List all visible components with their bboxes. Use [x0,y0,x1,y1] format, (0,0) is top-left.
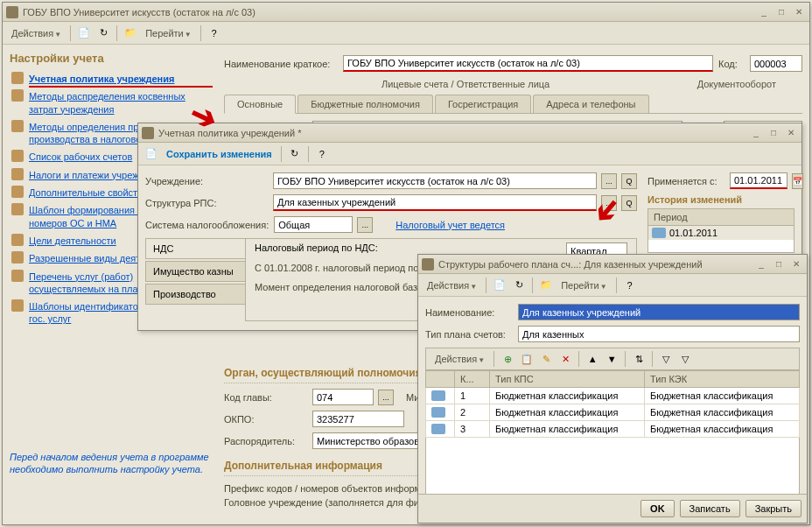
code-input[interactable] [750,55,802,72]
goto-menu[interactable]: Перейти▼ [142,26,195,40]
taxsys-input[interactable] [274,216,353,233]
col-kek[interactable]: Тип КЭК [645,371,800,388]
rps-save-icon[interactable]: 📄 [492,278,508,293]
rps-name-input[interactable] [518,304,800,320]
applies-label: Применяется с: [648,176,724,186]
chapter-input[interactable] [312,389,374,405]
filter-off-icon[interactable]: ▽ [677,351,693,367]
sidebar-link-policy[interactable]: Учетная политика учреждения [10,70,213,88]
grid-actions-menu[interactable]: Действия▼ [431,352,488,366]
filter-icon[interactable]: ▽ [658,351,674,367]
col-k[interactable]: К... [455,371,490,388]
disposer-label: Распорядитель: [224,436,307,446]
tab-budget[interactable]: Бюджетные полномочия [298,95,433,113]
col-kps[interactable]: Тип КПС [490,371,645,388]
policy-title: Учетная политика учреждений * [158,128,749,138]
table-row[interactable]: 2Бюджетная классификацияБюджетная класси… [426,404,800,421]
policy-minimize-icon[interactable]: _ [749,127,763,139]
rps-minimize-icon[interactable]: _ [754,258,768,271]
policy-refresh-icon[interactable]: ↻ [287,146,303,162]
rps-refresh-icon[interactable]: ↻ [511,278,527,293]
copy-icon[interactable]: 📋 [519,351,535,367]
vtab-vat[interactable]: НДС [145,238,246,259]
rps-maximize-icon[interactable]: □ [772,258,786,271]
rps-actions-menu[interactable]: Действия▼ [424,278,480,292]
okpo-input[interactable] [312,411,404,427]
edit-icon[interactable]: ✎ [538,351,554,367]
tab-addr[interactable]: Адреса и телефоны [533,95,648,113]
applies-input[interactable] [730,172,788,189]
vtab-treasury[interactable]: Имущество казны [145,261,246,282]
ok-button[interactable]: OK [640,500,675,517]
rps-close-icon[interactable]: ✕ [789,258,803,271]
move-up-icon[interactable]: ▲ [584,351,600,367]
policy-maximize-icon[interactable]: □ [766,127,780,139]
help-icon[interactable]: ? [206,25,222,41]
wave-icon [431,407,445,418]
tab-main[interactable]: Основные [224,95,296,114]
save-button[interactable]: Записать [680,500,740,517]
policy-help-icon[interactable]: ? [314,146,330,162]
inst-label: Учреждение: [145,176,268,186]
taxsys-select-icon[interactable]: ... [357,217,373,233]
rps-name-label: Наименование: [425,307,513,318]
calendar-icon[interactable]: 📅 [792,173,803,189]
inst-open-icon[interactable]: Q [621,173,637,189]
rps-label: Структура РПС: [145,198,268,208]
close-button[interactable]: Закрыть [746,500,802,517]
rps-title: Структуры рабочего плана сч...: Для казе… [438,259,754,270]
inst-input[interactable] [273,172,597,189]
sort-icon[interactable]: ⇅ [631,351,647,367]
chapter-label: Код главы: [224,392,307,403]
grid-toolbar: Действия▼ ⊕ 📋 ✎ ✕ ▲ ▼ ⇅ ▽ ▽ [425,348,800,370]
sidebar-link-methods-indirect[interactable]: Методы распределения косвенных затрат уч… [10,88,213,118]
tab-reg[interactable]: Госрегистрация [435,95,531,113]
move-down-icon[interactable]: ▼ [604,351,620,367]
delete-icon[interactable]: ✕ [557,351,573,367]
rps-plan-input[interactable] [518,326,800,342]
period-value: 01.01.2011 [669,228,718,238]
vat-period-label: Налоговый период по НДС: [255,242,378,259]
actions-menu[interactable]: Действия▼ [8,26,65,40]
policy-toolbar: 📄 Сохранить изменения ↻ ? [138,143,802,165]
vtab-production[interactable]: Производство [145,284,246,305]
refresh-icon[interactable]: ↻ [95,25,111,41]
chapter-select-icon[interactable]: ... [378,390,394,405]
maximize-icon[interactable]: □ [774,6,788,18]
policy-save-icon[interactable]: 📄 [144,146,159,162]
rps-app-icon [422,258,434,271]
rps-goto-menu[interactable]: Перейти▼ [557,278,611,292]
rps-table: К... Тип КПС Тип КЭК 1Бюджетная классифи… [425,370,800,438]
taxsys-label: Система налогообложения: [145,220,269,230]
name-short-label: Наименование краткое: [224,59,338,69]
save-changes-button[interactable]: Сохранить изменения [163,147,276,161]
rps-bottombar: OK Записать Закрыть [418,494,807,523]
main-titlebar: ГОБУ ВПО Университет искусств (остаток н… [3,3,809,22]
okpo-label: ОКПО: [224,414,307,425]
app-icon [6,6,18,18]
close-icon[interactable]: ✕ [792,6,806,18]
name-short-input[interactable] [343,55,713,72]
minimize-icon[interactable]: _ [757,6,771,18]
table-row[interactable]: 1Бюджетная классификацияБюджетная класси… [426,388,800,404]
rps-folder-icon[interactable]: 📁 [538,278,554,293]
main-toolbar: Действия▼ 📄 ↻ 📁 Перейти▼ ? [3,22,809,45]
wave-icon [431,424,445,434]
rps-help-icon[interactable]: ? [622,278,638,293]
history-row[interactable]: 01.01.2011 [648,226,794,240]
add-icon[interactable]: ⊕ [500,351,515,367]
history-box: Период 01.01.2011 [648,208,794,253]
rps-input[interactable] [273,194,597,211]
wave-icon [431,390,445,401]
tax-link[interactable]: Налоговый учет ведется [396,220,505,230]
folder-icon[interactable]: 📁 [122,25,138,41]
inst-select-icon[interactable]: ... [601,173,617,189]
save-icon[interactable]: 📄 [76,25,92,41]
policy-titlebar: Учетная политика учреждений * _ □ ✕ [138,123,802,143]
period-col-header: Период [648,209,794,226]
table-row[interactable]: 3Бюджетная классификацияБюджетная класси… [426,421,800,438]
policy-app-icon [142,127,154,139]
policy-close-icon[interactable]: ✕ [784,127,798,139]
acc-tab-header: Лицевые счета / Ответственные лица [382,79,550,89]
rps-toolbar: Действия▼ 📄 ↻ 📁 Перейти▼ ? [418,274,807,297]
